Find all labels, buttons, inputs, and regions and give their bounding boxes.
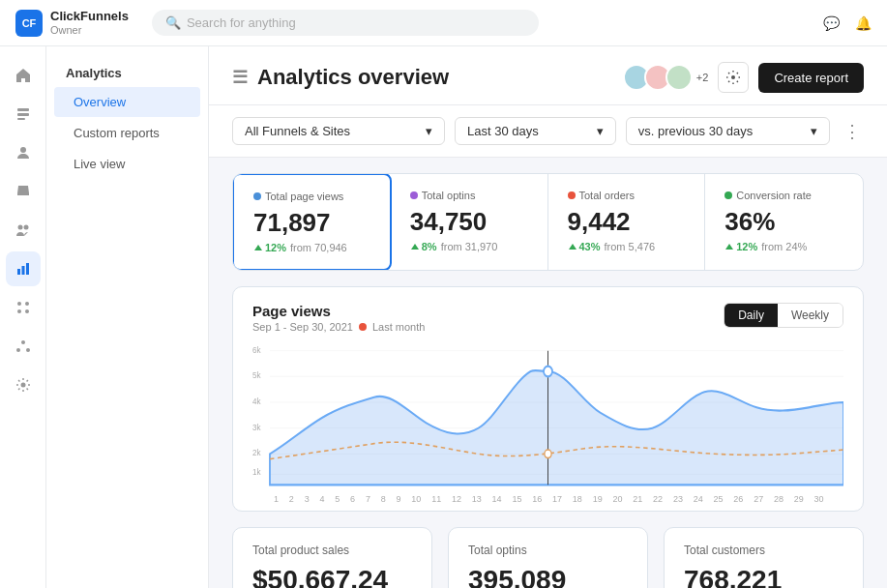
- funnel-filter[interactable]: All Funnels & Sites ▾: [232, 117, 445, 145]
- svg-rect-2: [17, 118, 25, 120]
- nav-home[interactable]: [6, 58, 41, 93]
- nav-automation[interactable]: [6, 290, 41, 325]
- stats-row: Total page views 71,897 12% from 70,946: [232, 173, 864, 271]
- avatars: +2: [623, 64, 709, 91]
- stat-label-1: Total optins: [410, 190, 528, 201]
- stat-card-2: Total orders 9,442 43% from 5,476: [548, 174, 706, 270]
- app-container: CF ClickFunnels Owner 🔍 Search for anyth…: [0, 0, 887, 588]
- bottom-card-title-1: Total optins: [468, 544, 628, 557]
- svg-rect-9: [26, 263, 29, 275]
- chart-subtitle: Sep 1 - Sep 30, 2021 Last month: [252, 321, 425, 333]
- chart-title-group: Page views Sep 1 - Sep 30, 2021 Last mon…: [252, 303, 425, 333]
- brand-logo: CF: [15, 10, 43, 37]
- stat-value-2: 9,442: [568, 207, 686, 237]
- stat-up-0: 12%: [253, 242, 286, 253]
- search-placeholder: Search for anything: [187, 15, 296, 30]
- chevron-down-icon-2: ▾: [597, 124, 604, 138]
- bottom-card-value-1: 395,089: [468, 565, 628, 588]
- avatar-3: [665, 64, 693, 91]
- brand-name: ClickFunnels: [50, 9, 129, 24]
- compare-filter[interactable]: vs. previous 30 days ▾: [626, 117, 831, 145]
- svg-point-32: [544, 367, 552, 377]
- stat-up-2: 43%: [568, 241, 601, 252]
- top-bar: CF ClickFunnels Owner 🔍 Search for anyth…: [0, 0, 887, 46]
- sidebar-label-custom-reports: Custom reports: [74, 126, 160, 140]
- stat-value-3: 36%: [724, 207, 843, 237]
- date-filter[interactable]: Last 30 days ▾: [455, 117, 616, 145]
- svg-text:2k: 2k: [252, 448, 261, 458]
- chart-toggle: Daily Weekly: [724, 303, 843, 328]
- hamburger-icon[interactable]: ☰: [232, 67, 248, 88]
- svg-point-16: [26, 348, 30, 352]
- chevron-down-icon-3: ▾: [811, 124, 817, 138]
- weekly-toggle[interactable]: Weekly: [778, 304, 843, 327]
- sidebar-item-custom-reports[interactable]: Custom reports: [54, 118, 200, 148]
- main-area: Analytics Overview Custom reports Live v…: [0, 46, 887, 588]
- page-header: ☰ Analytics overview +2 Create report: [209, 46, 887, 105]
- nav-settings[interactable]: [6, 368, 41, 402]
- stat-label-2: Total orders: [568, 190, 686, 201]
- svg-point-14: [21, 340, 25, 344]
- svg-point-15: [16, 348, 20, 352]
- nav-analytics[interactable]: [6, 251, 41, 286]
- sidebar-section-title: Analytics: [46, 54, 208, 86]
- svg-text:3k: 3k: [252, 422, 261, 432]
- nav-affiliates[interactable]: [6, 329, 41, 364]
- search-bar[interactable]: 🔍 Search for anything: [152, 10, 539, 36]
- svg-point-17: [20, 383, 25, 388]
- stat-value-0: 71,897: [253, 208, 370, 238]
- svg-point-12: [17, 309, 21, 313]
- svg-point-6: [23, 225, 28, 230]
- stat-change-2: 43% from 5,476: [568, 241, 686, 252]
- filter-more-button[interactable]: ⋮: [843, 121, 861, 142]
- sidebar-label-live-view: Live view: [74, 157, 125, 171]
- left-nav: [0, 46, 46, 588]
- svg-rect-0: [17, 108, 29, 111]
- search-icon: 🔍: [165, 15, 181, 30]
- chart-header: Page views Sep 1 - Sep 30, 2021 Last mon…: [252, 303, 843, 333]
- nav-orders[interactable]: [6, 174, 41, 209]
- create-report-button[interactable]: Create report: [758, 63, 864, 93]
- svg-text:5k: 5k: [252, 370, 261, 381]
- stat-label-3: Conversion rate: [724, 190, 843, 201]
- chat-icon[interactable]: 💬: [823, 15, 840, 31]
- sidebar-item-overview[interactable]: Overview: [54, 87, 200, 117]
- stat-change-0: 12% from 70,946: [253, 242, 370, 253]
- svg-rect-8: [21, 266, 24, 275]
- svg-rect-7: [17, 269, 20, 275]
- settings-button[interactable]: [718, 62, 749, 93]
- sidebar-item-live-view[interactable]: Live view: [54, 149, 200, 179]
- sidebar-label-overview: Overview: [74, 95, 126, 109]
- stat-card-3: Conversion rate 36% 12% from 24%: [705, 174, 863, 270]
- chart-container: 6k 5k 4k 3k 2k 1k: [252, 340, 843, 495]
- nav-pages[interactable]: [6, 97, 41, 132]
- stat-dot-0: [253, 192, 261, 200]
- daily-toggle[interactable]: Daily: [724, 304, 778, 327]
- legend-dot: [359, 323, 367, 331]
- svg-text:1k: 1k: [252, 466, 261, 477]
- stat-change-3: 12% from 24%: [724, 241, 843, 252]
- nav-add[interactable]: [6, 545, 41, 580]
- brand-text: ClickFunnels Owner: [50, 9, 129, 37]
- stat-card-0: Total page views 71,897 12% from 70,946: [232, 173, 392, 271]
- chart-title: Page views: [252, 303, 425, 319]
- header-right: +2 Create report: [623, 62, 864, 93]
- sidebar: Analytics Overview Custom reports Live v…: [46, 46, 209, 588]
- bottom-card-value-2: 768,221: [684, 565, 843, 588]
- svg-point-18: [731, 75, 735, 79]
- bottom-card-title-2: Total customers: [684, 544, 843, 557]
- bottom-card-2: Total customers 768,221 32% from $22,391: [664, 527, 864, 588]
- bottom-card-value-0: $50,667.24: [252, 565, 412, 588]
- page-title: ☰ Analytics overview: [232, 65, 449, 90]
- stat-label-0: Total page views: [253, 191, 370, 202]
- chevron-down-icon: ▾: [426, 124, 432, 138]
- chart-svg: 6k 5k 4k 3k 2k 1k: [252, 340, 843, 495]
- nav-members[interactable]: [6, 213, 41, 248]
- stat-dot-3: [724, 191, 732, 199]
- bell-icon[interactable]: 🔔: [855, 15, 872, 31]
- nav-contacts[interactable]: [6, 135, 41, 170]
- content-area: ☰ Analytics overview +2 Create report: [209, 46, 887, 588]
- svg-point-11: [25, 302, 29, 306]
- svg-rect-1: [17, 113, 29, 116]
- filters-bar: All Funnels & Sites ▾ Last 30 days ▾ vs.…: [209, 105, 887, 158]
